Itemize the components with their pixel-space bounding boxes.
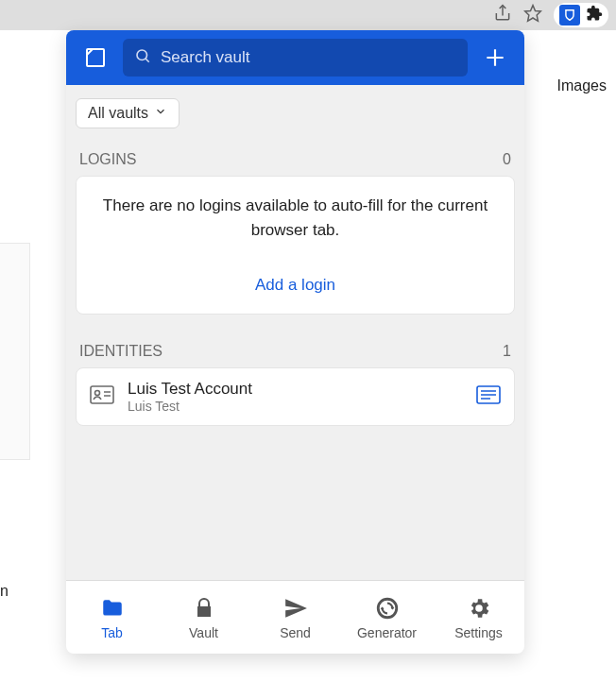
identity-subtitle: Luis Test [128, 399, 463, 414]
identity-row[interactable]: Luis Test Account Luis Test [77, 368, 514, 425]
paper-plane-icon [282, 595, 309, 621]
logins-card: There are no logins available to auto-fi… [76, 176, 515, 315]
browser-toolbar [0, 0, 616, 30]
bottom-nav: Tab Vault Send Generator Settings [66, 580, 524, 654]
add-login-link[interactable]: Add a login [77, 263, 514, 295]
popout-button[interactable] [79, 42, 111, 74]
bitwarden-popup: All vaults LOGINS 0 There are no logins … [66, 30, 524, 654]
nav-vault-label: Vault [189, 625, 218, 640]
star-icon[interactable] [523, 4, 542, 26]
search-icon [134, 47, 151, 68]
nav-send-label: Send [280, 625, 311, 640]
identities-card: Luis Test Account Luis Test [76, 367, 515, 426]
logins-title: LOGINS [79, 151, 136, 168]
gear-icon [466, 595, 492, 621]
nav-settings-label: Settings [454, 625, 503, 640]
search-input[interactable] [161, 48, 456, 67]
popup-header [66, 30, 524, 85]
bitwarden-icon[interactable] [559, 5, 580, 26]
lock-icon [191, 595, 217, 621]
svg-point-4 [95, 391, 100, 396]
nav-send[interactable]: Send [249, 581, 341, 654]
nav-generator-label: Generator [357, 625, 417, 640]
svg-rect-3 [91, 386, 113, 403]
background-panel [0, 243, 30, 460]
identities-count: 1 [503, 343, 511, 360]
refresh-icon [374, 595, 401, 621]
chevron-down-icon [154, 105, 167, 122]
svg-marker-0 [525, 6, 541, 22]
extensions-icon[interactable] [586, 5, 603, 26]
share-icon[interactable] [493, 4, 512, 26]
nav-tab[interactable]: Tab [66, 581, 158, 654]
view-item-button[interactable] [476, 385, 501, 408]
nav-settings[interactable]: Settings [433, 581, 524, 654]
nav-tab-label: Tab [101, 625, 123, 640]
logins-count: 0 [503, 151, 511, 168]
id-card-icon [90, 385, 114, 408]
identity-main: Luis Test Account Luis Test [128, 380, 463, 414]
identity-name: Luis Test Account [128, 380, 463, 399]
logins-empty-message: There are no logins available to auto-fi… [77, 177, 514, 263]
nav-generator[interactable]: Generator [341, 581, 433, 654]
images-link[interactable]: Images [557, 77, 607, 94]
popup-body: All vaults LOGINS 0 There are no logins … [66, 85, 524, 580]
identities-section-header: IDENTITIES 1 [76, 337, 515, 367]
nav-vault[interactable]: Vault [158, 581, 249, 654]
logins-section-header: LOGINS 0 [76, 145, 515, 176]
vault-filter-dropdown[interactable]: All vaults [76, 98, 180, 128]
vault-filter-label: All vaults [88, 105, 148, 122]
truncated-text: n [0, 583, 9, 600]
extension-pill [554, 3, 608, 27]
identities-title: IDENTITIES [79, 343, 163, 360]
add-item-button[interactable] [479, 42, 511, 74]
folder-icon [99, 595, 126, 621]
svg-point-2 [137, 50, 147, 60]
search-field[interactable] [123, 39, 468, 77]
